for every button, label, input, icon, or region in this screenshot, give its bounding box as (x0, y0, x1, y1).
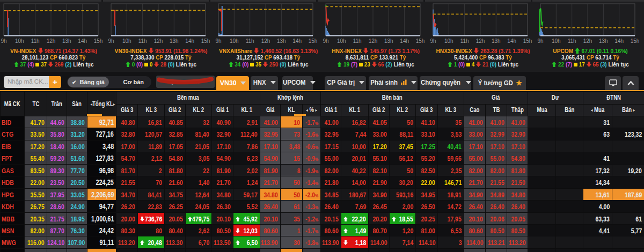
svg-text:9h: 9h (430, 38, 436, 44)
svg-text:15h: 15h (201, 38, 210, 44)
svg-text:11h: 11h (246, 38, 254, 44)
svg-text:10h: 10h (552, 38, 561, 44)
svg-text:14h: 14h (78, 38, 87, 44)
svg-text:15h: 15h (94, 38, 103, 44)
svg-text:15h: 15h (523, 38, 532, 44)
svg-text:12h: 12h (154, 38, 163, 44)
svg-text:11h: 11h (460, 38, 469, 44)
svg-text:15h: 15h (309, 38, 318, 44)
svg-text:9h: 9h (537, 38, 543, 44)
svg-text:9h: 9h (323, 38, 328, 44)
svg-text:10h: 10h (444, 38, 453, 44)
svg-text:15h: 15h (416, 38, 425, 44)
svg-text:11h: 11h (353, 38, 362, 44)
svg-text:12h: 12h (476, 38, 485, 44)
svg-text:9h: 9h (1, 38, 6, 44)
svg-text:13h: 13h (384, 38, 393, 44)
svg-text:11h: 11h (31, 38, 40, 44)
svg-text:11h: 11h (568, 38, 576, 44)
svg-text:15h: 15h (631, 38, 640, 44)
svg-text:13h: 13h (277, 38, 286, 44)
svg-text:10h: 10h (122, 38, 131, 44)
svg-text:10h: 10h (337, 38, 346, 44)
svg-text:12h: 12h (261, 38, 270, 44)
svg-text:14h: 14h (292, 38, 302, 44)
svg-text:11h: 11h (138, 38, 147, 44)
svg-text:13h: 13h (170, 38, 179, 44)
svg-text:10h: 10h (15, 38, 24, 44)
svg-text:14h: 14h (185, 38, 194, 44)
svg-text:12h: 12h (47, 38, 56, 44)
svg-text:14h: 14h (400, 38, 409, 44)
svg-text:13h: 13h (599, 38, 608, 44)
svg-text:13h: 13h (492, 38, 501, 44)
svg-text:13h: 13h (62, 38, 71, 44)
svg-text:14h: 14h (614, 38, 624, 44)
svg-text:10h: 10h (230, 38, 239, 44)
svg-text:12h: 12h (369, 38, 378, 44)
svg-text:12h: 12h (583, 38, 592, 44)
svg-text:9h: 9h (215, 38, 221, 44)
svg-text:14h: 14h (507, 38, 516, 44)
svg-text:9h: 9h (108, 38, 114, 44)
